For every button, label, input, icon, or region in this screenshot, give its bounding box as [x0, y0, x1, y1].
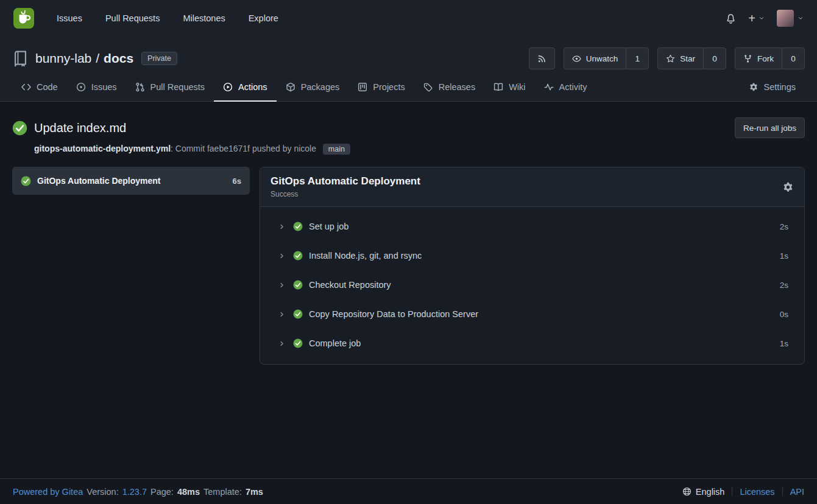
navbar-right: + [726, 10, 804, 27]
step-row[interactable]: Copy Repository Data to Production Serve… [260, 299, 804, 329]
powered-by-link[interactable]: Powered by Gitea [13, 487, 83, 497]
footer-right: English Licenses API [682, 487, 804, 497]
nav-item-pull-requests[interactable]: Pull Requests [94, 0, 171, 37]
repo-title-separator: / [96, 51, 99, 66]
check-circle-icon [12, 121, 27, 136]
star-button[interactable]: Star [657, 47, 704, 69]
job-options-button[interactable] [782, 181, 794, 193]
star-button-group: Star 0 [657, 47, 726, 69]
chevron-down-icon [759, 15, 765, 21]
top-navbar: Issues Pull Requests Milestones Explore … [0, 0, 817, 37]
tab-label: Actions [238, 82, 267, 92]
repo-title: bunny-lab / docs [35, 51, 133, 66]
job-list-item[interactable]: GitOps Automatic Deployment 6s [12, 167, 250, 195]
step-row[interactable]: Complete job 1s [260, 329, 804, 358]
step-duration: 2s [780, 281, 788, 290]
page-time-value: 48ms [177, 487, 200, 497]
workflow-file-link[interactable]: gitops-automatic-deployment.yml [34, 144, 171, 153]
gitea-logo[interactable] [13, 8, 34, 29]
rss-button[interactable] [529, 47, 555, 69]
tab-label: Releases [439, 82, 475, 92]
nav-item-milestones[interactable]: Milestones [171, 0, 236, 37]
watch-button-group: Unwatch 1 [564, 47, 649, 69]
job-panel-title: GitOps Automatic Deployment [271, 175, 420, 187]
language-selector[interactable]: English [696, 487, 725, 497]
check-circle-icon [293, 222, 303, 231]
star-label: Star [680, 54, 695, 63]
step-row[interactable]: Install Node.js, git, and rsync 1s [260, 241, 804, 270]
tab-label: Activity [559, 82, 587, 92]
tab-actions[interactable]: Actions [214, 73, 277, 101]
footer-left: Powered by Gitea Version: 1.23.7 Page: 4… [13, 487, 263, 497]
repo-owner-link[interactable]: bunny-lab [35, 51, 91, 66]
tab-label: Wiki [509, 82, 525, 92]
job-name: GitOps Automatic Deployment [37, 176, 227, 186]
licenses-link[interactable]: Licenses [740, 487, 774, 497]
rss-icon [537, 54, 546, 63]
step-name: Set up job [309, 222, 348, 231]
globe-icon [682, 487, 691, 496]
repo-title-row: bunny-lab / docs Private Unwatch 1 Star … [12, 45, 805, 72]
tab-wiki[interactable]: Wiki [484, 73, 534, 101]
repo-name-link[interactable]: docs [104, 51, 133, 66]
check-circle-icon [293, 251, 303, 261]
stars-count[interactable]: 0 [703, 47, 726, 69]
actions-icon [223, 82, 233, 92]
package-icon [286, 82, 295, 92]
step-row[interactable]: Set up job 2s [260, 212, 804, 241]
step-name: Complete job [309, 338, 361, 348]
step-name: Copy Repository Data to Production Serve… [309, 309, 478, 319]
chevron-right-icon [278, 340, 285, 347]
tab-label: Code [37, 82, 58, 92]
releases-icon [423, 82, 433, 92]
forks-count[interactable]: 0 [782, 47, 805, 69]
chevron-right-icon [278, 253, 285, 259]
branch-badge[interactable]: main [323, 144, 350, 155]
fork-button-group: Fork 0 [735, 47, 805, 69]
tab-packages[interactable]: Packages [277, 73, 349, 101]
run-subtitle: gitops-automatic-deployment.yml: Commit … [34, 144, 805, 155]
step-duration: 1s [780, 339, 788, 348]
step-row[interactable]: Checkout Repository 2s [260, 270, 804, 299]
create-new-button[interactable]: + [748, 12, 765, 24]
check-circle-icon [293, 338, 303, 348]
step-name: Install Node.js, git, and rsync [309, 251, 422, 261]
actions-run-page: Update index.md Re-run all jobs gitops-a… [0, 102, 817, 478]
step-duration: 2s [780, 222, 788, 231]
tab-settings[interactable]: Settings [740, 73, 805, 101]
nav-item-explore[interactable]: Explore [237, 0, 290, 37]
unwatch-button[interactable]: Unwatch [564, 47, 627, 69]
repo-icon [12, 51, 29, 67]
tab-activity[interactable]: Activity [535, 73, 596, 101]
commit-info: : Commit faebe1671f pushed by nicole [171, 144, 316, 153]
tab-label: Issues [91, 82, 117, 92]
tab-code[interactable]: Code [12, 73, 67, 101]
fork-icon [743, 54, 752, 63]
tab-label: Packages [301, 82, 340, 92]
rerun-all-jobs-button[interactable]: Re-run all jobs [735, 117, 805, 138]
version-label: Version: [87, 487, 118, 497]
chevron-right-icon [278, 282, 285, 289]
nav-item-issues[interactable]: Issues [45, 0, 94, 37]
user-menu[interactable] [777, 10, 804, 27]
fork-label: Fork [757, 54, 774, 63]
tab-label: Projects [373, 82, 405, 92]
tab-issues[interactable]: Issues [67, 73, 126, 101]
step-list: Set up job 2s Install Node.js, git, and … [260, 207, 804, 364]
fork-button[interactable]: Fork [735, 47, 782, 69]
notifications-button[interactable] [726, 13, 736, 24]
job-panel-header: GitOps Automatic Deployment Success [260, 167, 804, 207]
check-circle-icon [293, 280, 303, 290]
step-duration: 0s [780, 310, 788, 319]
template-time-value: 7ms [246, 487, 263, 497]
version-link[interactable]: 1.23.7 [122, 487, 147, 497]
watchers-count[interactable]: 1 [626, 47, 649, 69]
avatar [777, 10, 794, 27]
tab-pull-requests[interactable]: Pull Requests [126, 73, 214, 101]
api-link[interactable]: API [790, 487, 804, 497]
template-time-label: Template: [203, 487, 242, 497]
tab-projects[interactable]: Projects [348, 73, 414, 101]
chevron-right-icon [278, 311, 285, 318]
step-duration: 1s [780, 251, 788, 261]
tab-releases[interactable]: Releases [414, 73, 484, 101]
